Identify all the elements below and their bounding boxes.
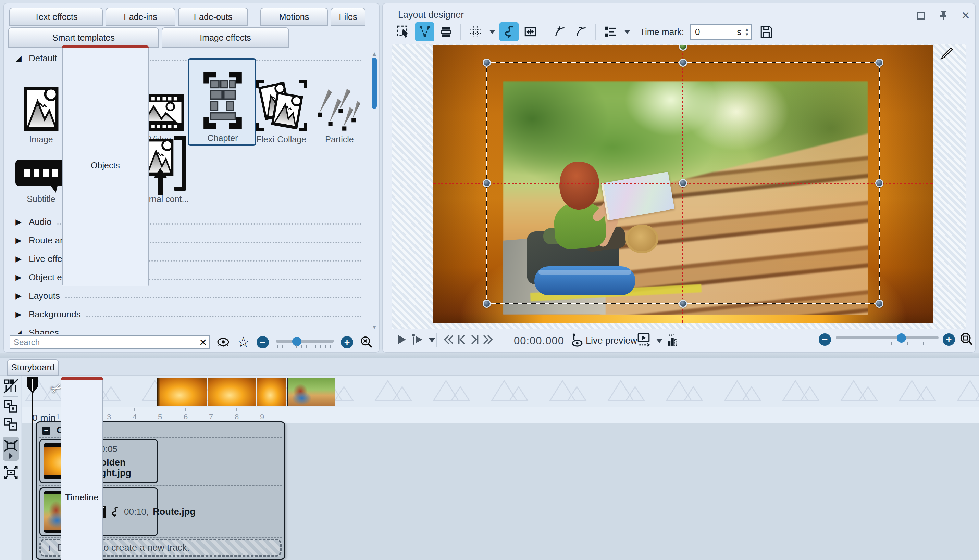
live-preview-label[interactable]: Live preview bbox=[586, 335, 637, 346]
center-handle[interactable] bbox=[679, 179, 687, 187]
tab-fade-ins[interactable]: Fade-ins bbox=[105, 8, 175, 26]
tab-files[interactable]: Files bbox=[331, 8, 366, 26]
resize-handle-sw[interactable] bbox=[483, 300, 491, 308]
overview-thumb-golden-light[interactable] bbox=[257, 378, 286, 406]
motion-path-tool-button[interactable] bbox=[415, 22, 434, 42]
tab-motions[interactable]: Motions bbox=[261, 8, 328, 26]
playhead-line[interactable] bbox=[32, 392, 33, 560]
curve-path-tool-button[interactable] bbox=[500, 22, 519, 42]
object-item-particle[interactable]: Particle bbox=[310, 62, 369, 145]
grid-tool-button[interactable] bbox=[466, 22, 485, 42]
previous-button[interactable] bbox=[456, 333, 468, 346]
horizontal-splitter[interactable] bbox=[0, 353, 979, 358]
slide-canvas[interactable] bbox=[433, 45, 933, 323]
performance-monitor-icon[interactable] bbox=[666, 333, 679, 347]
pen-cursor-icon bbox=[939, 47, 954, 62]
overview-thumb-route[interactable] bbox=[287, 378, 335, 406]
particle-icon bbox=[317, 87, 362, 131]
time-mark-input[interactable] bbox=[695, 27, 719, 37]
tab-storyboard[interactable]: Storyboard bbox=[7, 359, 59, 375]
collapse-chapter-icon[interactable]: − bbox=[42, 427, 50, 435]
enlarge-track-height-button[interactable] bbox=[3, 464, 19, 481]
resize-handle-e[interactable] bbox=[875, 179, 884, 187]
resize-handle-s[interactable] bbox=[679, 300, 687, 308]
preview-monitor-icon[interactable] bbox=[637, 333, 650, 347]
time-mark-stepper[interactable]: ▲▼ bbox=[745, 28, 749, 36]
resize-handle-n[interactable] bbox=[679, 58, 687, 67]
slider-thumb[interactable] bbox=[292, 337, 301, 346]
section-collapsed-icon: ▶ bbox=[14, 217, 23, 227]
collapse-all-tracks-button[interactable] bbox=[3, 416, 19, 433]
slider-thumb[interactable] bbox=[897, 333, 906, 343]
selection-rectangle[interactable] bbox=[487, 63, 879, 303]
resize-handle-nw[interactable] bbox=[483, 58, 491, 67]
overview-thumb-golden-light[interactable] bbox=[208, 378, 256, 406]
grid-dropdown-icon[interactable] bbox=[489, 30, 495, 34]
go-to-end-button[interactable] bbox=[482, 333, 495, 346]
overview-thumb-golden-light[interactable] bbox=[157, 378, 207, 406]
toolbox-search-row: ✕ ☆ − + bbox=[4, 334, 379, 352]
ruler-label: 7 bbox=[209, 412, 213, 422]
play-options-dropdown-icon[interactable] bbox=[429, 338, 435, 342]
ruler-label: 4 bbox=[132, 412, 137, 422]
go-to-start-button[interactable] bbox=[442, 333, 455, 346]
timeline-overview-strip[interactable]: ✂ bbox=[22, 375, 979, 407]
curve-animation-icon bbox=[110, 506, 120, 518]
zoom-out-button[interactable]: − bbox=[257, 336, 269, 348]
image-frame-tool-button[interactable] bbox=[521, 22, 540, 42]
reset-zoom-icon[interactable] bbox=[360, 335, 373, 349]
next-button[interactable] bbox=[469, 333, 481, 346]
tab-timeline[interactable]: Timeline bbox=[61, 377, 103, 560]
remove-curve-point-button[interactable] bbox=[571, 22, 591, 42]
designer-toolbar: Time mark: s ▲▼ bbox=[394, 21, 776, 42]
resize-handle-se[interactable] bbox=[875, 300, 884, 308]
toolbox-scrollbar[interactable] bbox=[371, 58, 378, 325]
select-tool-button[interactable] bbox=[394, 22, 413, 42]
section-collapsed-icon: ▶ bbox=[14, 310, 23, 319]
maximize-button[interactable] bbox=[915, 9, 927, 22]
add-curve-point-button[interactable] bbox=[550, 22, 569, 42]
shrink-track-height-button[interactable] bbox=[3, 437, 19, 461]
layers-tool-button[interactable] bbox=[436, 22, 456, 42]
scroll-up-icon[interactable]: ▲ bbox=[371, 51, 378, 58]
object-list-button[interactable] bbox=[601, 22, 620, 42]
scroll-down-icon[interactable]: ▼ bbox=[371, 324, 378, 331]
favorites-star-icon[interactable]: ☆ bbox=[237, 335, 250, 350]
canvas-zoom-in-button[interactable]: + bbox=[943, 333, 955, 346]
resize-handle-w[interactable] bbox=[483, 179, 491, 187]
monitor-dropdown-icon[interactable] bbox=[656, 339, 663, 343]
zoom-in-button[interactable]: + bbox=[341, 336, 353, 348]
eye-icon[interactable] bbox=[217, 337, 230, 347]
subtitle-icon bbox=[15, 160, 67, 186]
play-button[interactable] bbox=[395, 333, 408, 346]
play-from-mark-button[interactable] bbox=[411, 333, 423, 346]
dotted-leader bbox=[65, 297, 362, 298]
tab-fade-outs[interactable]: Fade-outs bbox=[178, 8, 248, 26]
canvas-zoom-out-button[interactable]: − bbox=[819, 333, 831, 346]
resize-handle-ne[interactable] bbox=[875, 58, 884, 67]
expand-all-tracks-button[interactable] bbox=[3, 398, 19, 415]
object-item-flexi-collage[interactable]: Flexi-Collage bbox=[252, 62, 311, 145]
section-backgrounds[interactable]: ▶Backgrounds bbox=[14, 306, 362, 322]
tab-objects[interactable]: Objects bbox=[62, 45, 149, 286]
rotate-handle[interactable] bbox=[679, 45, 687, 51]
tab-text-effects[interactable]: Text effects bbox=[9, 8, 103, 26]
canvas-zoom-slider[interactable] bbox=[836, 331, 939, 347]
search-input[interactable] bbox=[10, 335, 210, 349]
scrollbar-thumb[interactable] bbox=[372, 58, 377, 109]
list-dropdown-icon[interactable] bbox=[624, 30, 630, 34]
save-time-mark-button[interactable] bbox=[757, 22, 776, 42]
pin-button[interactable] bbox=[937, 9, 950, 22]
thumbnail-size-slider[interactable] bbox=[276, 335, 334, 350]
tab-image-effects[interactable]: Image effects bbox=[162, 27, 289, 48]
section-label: Default bbox=[29, 53, 57, 64]
timeline-ruler[interactable]: 0 min 1 2 3 4 5 6 7 8 9 bbox=[22, 407, 979, 423]
close-icon[interactable]: ✕ bbox=[959, 9, 972, 22]
app-window: Text effects Fade-ins Fade-outs Motions … bbox=[0, 0, 979, 560]
clear-search-icon[interactable]: ✕ bbox=[199, 337, 207, 348]
fit-to-window-icon[interactable] bbox=[959, 332, 974, 347]
object-item-chapter-selected[interactable]: Chapter bbox=[188, 58, 256, 146]
section-layouts[interactable]: ▶Layouts bbox=[14, 288, 362, 304]
live-preview-pin-icon[interactable] bbox=[571, 332, 583, 347]
disable-snapping-button[interactable] bbox=[3, 378, 19, 394]
